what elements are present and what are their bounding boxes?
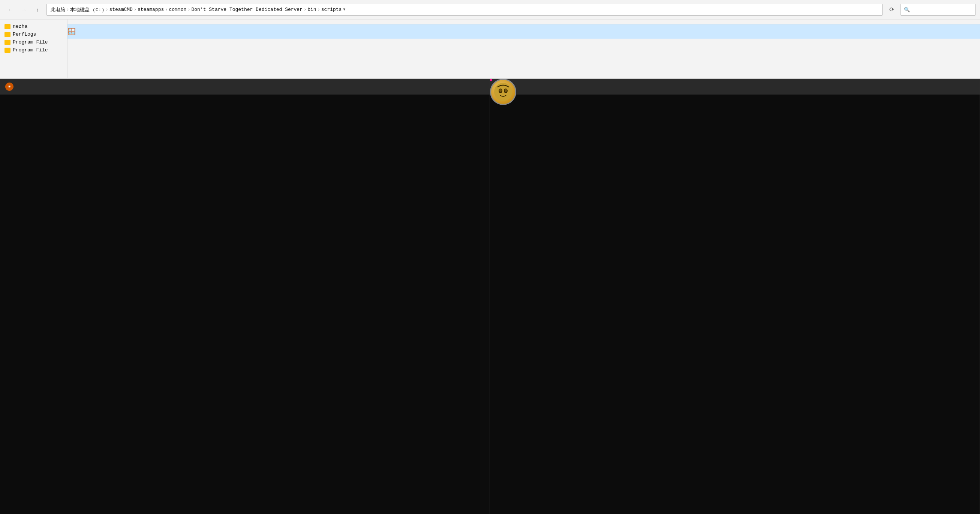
terminal-caves: ☀ — [0, 79, 490, 514]
forward-button[interactable]: → — [18, 4, 30, 16]
address-bar: ← → ↑ 此电脑 › 本地磁盘 (C:) › steamCMD › steam… — [0, 0, 980, 19]
search-bar[interactable]: 🔍 — [900, 4, 975, 16]
sidebar-item-perflogs[interactable]: PerfLogs — [0, 30, 67, 38]
path-segment-scripts[interactable]: scripts — [321, 7, 342, 13]
path-segment-common[interactable]: common — [169, 7, 186, 13]
overworld-close-button[interactable] — [964, 81, 974, 92]
search-icon: 🔍 — [904, 7, 910, 13]
file-list-header — [67, 19, 980, 24]
path-segment-bin[interactable]: bin — [307, 7, 316, 13]
table-row[interactable]: 🪟 — [67, 24, 980, 38]
sidebar-item-label: nezha — [13, 24, 27, 29]
folder-icon — [5, 48, 11, 53]
folder-icon — [5, 40, 11, 45]
overworld-terminal-body[interactable] — [490, 94, 980, 514]
avatar-overlay — [490, 79, 516, 105]
terminal-overworld: ☀ — [490, 79, 980, 514]
path-segment-steamcmd[interactable]: steamCMD — [109, 7, 132, 13]
overworld-titlebar: ☀ — [490, 79, 980, 94]
caves-terminal-body[interactable] — [0, 94, 490, 514]
folder-icon — [5, 32, 11, 37]
back-button[interactable]: ← — [5, 4, 16, 16]
svg-point-4 — [504, 89, 507, 92]
svg-point-3 — [500, 89, 502, 92]
sidebar-item-programfiles2[interactable]: Program File — [0, 46, 67, 54]
sidebar-item-label: Program File — [13, 39, 48, 45]
nav-buttons: ← → ↑ — [5, 4, 43, 16]
bat-file-icon: 🪟 — [67, 27, 76, 36]
terminals-area: ☀ ☀ — [0, 79, 980, 514]
path-bar[interactable]: 此电脑 › 本地磁盘 (C:) › steamCMD › steamapps ›… — [46, 4, 883, 16]
sidebar-item-programfiles1[interactable]: Program File — [0, 38, 67, 46]
file-content: nezha PerfLogs Program File Program File — [0, 19, 980, 78]
file-explorer: ← → ↑ 此电脑 › 本地磁盘 (C:) › steamCMD › steam… — [0, 0, 980, 79]
caves-terminal-icon: ☀ — [5, 83, 13, 91]
sidebar-item-label: PerfLogs — [13, 32, 36, 37]
avatar-face-svg — [494, 83, 512, 101]
sidebar-item-label: Program File — [13, 47, 48, 53]
sidebar-item-nezha[interactable]: nezha — [0, 22, 67, 30]
path-dropdown-arrow: ▼ — [343, 8, 345, 12]
up-button[interactable]: ↑ — [32, 4, 43, 16]
file-name-cell: 🪟 — [67, 27, 255, 36]
path-segment-dst[interactable]: Don't Starve Together Dedicated Server — [191, 7, 302, 13]
file-list-area: 🪟 — [67, 19, 980, 78]
caves-titlebar: ☀ — [0, 79, 490, 94]
path-segment-steamapps[interactable]: steamapps — [138, 7, 164, 13]
folder-icon — [5, 24, 11, 29]
refresh-button[interactable]: ⟳ — [886, 4, 897, 16]
sidebar-tree: nezha PerfLogs Program File Program File — [0, 19, 67, 78]
path-segment-pc[interactable]: 此电脑 — [51, 6, 65, 13]
path-segment-c[interactable]: 本地磁盘 (C:) — [70, 6, 104, 13]
